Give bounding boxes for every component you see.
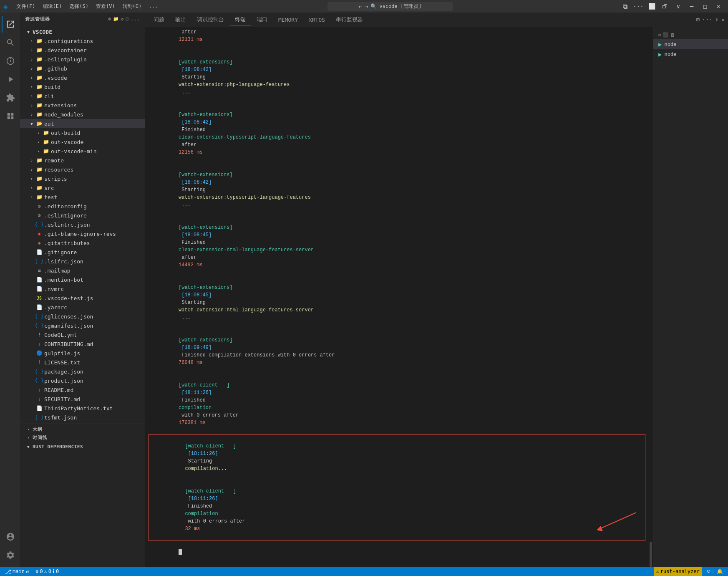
layout-icon[interactable]: ⧉	[619, 0, 631, 13]
tab-serial[interactable]: 串行监视器	[331, 14, 368, 25]
minimize-button[interactable]: ─	[685, 0, 698, 13]
status-rust-analyzer[interactable]: ⚠ rust-analyzer	[654, 567, 702, 576]
sidebar-item-vscode-root[interactable]: ▼ VSCODE	[20, 27, 145, 36]
activity-settings[interactable]	[2, 547, 18, 563]
activity-extensions[interactable]	[2, 89, 18, 106]
terminal-instance-node-2[interactable]: ▶ node	[653, 49, 728, 59]
tab-terminal[interactable]: 终端	[230, 14, 251, 25]
more-actions-icon[interactable]: ···	[632, 0, 645, 13]
status-notifications[interactable]: 🔔	[715, 567, 725, 576]
refresh-icon[interactable]: ↺	[121, 16, 124, 22]
sidebar-item-scripts[interactable]: › 📁 scripts	[20, 174, 145, 183]
panel-close-icon[interactable]: ✕	[721, 16, 725, 23]
terminal-plus-icon[interactable]: ⊕	[658, 32, 661, 38]
restore-icon[interactable]: 🗗	[659, 0, 671, 13]
sidebar-item-lsifrc[interactable]: › { } .lsifrc.json	[20, 257, 145, 266]
sidebar-item-gulpfile[interactable]: › 🔵 gulpfile.js	[20, 349, 145, 358]
menu-more[interactable]: ...	[146, 2, 161, 11]
sidebar-item-yarnrc[interactable]: › 📄 .yarnrc	[20, 303, 145, 312]
sidebar-item-mention-bot[interactable]: › 📄 .mention-bot	[20, 275, 145, 284]
activity-run[interactable]	[2, 71, 18, 88]
sidebar-header-icons[interactable]: ⊕ 📁 ↺ ⊟ ...	[108, 16, 140, 22]
sidebar-item-vscode[interactable]: › 📁 .vscode	[20, 73, 145, 82]
panel-maximize-icon[interactable]: ⬆	[715, 16, 718, 23]
new-folder-icon[interactable]: 📁	[113, 16, 119, 22]
sidebar-item-eslintplugin[interactable]: › 📁 .eslintplugin	[20, 55, 145, 64]
menu-goto[interactable]: 转到(G)	[119, 2, 145, 11]
sidebar-item-thirdparty[interactable]: › 📄 ThirdPartyNotices.txt	[20, 404, 145, 413]
chevron-down-icon[interactable]: ∨	[672, 0, 685, 13]
sidebar-item-tsfmt[interactable]: › { } tsfmt.json	[20, 413, 145, 422]
status-errors[interactable]: ⊗ 0 ⚠ 0 ℹ 0	[34, 567, 60, 576]
tab-xrtos[interactable]: XRTOS	[304, 15, 330, 25]
sidebar-item-out[interactable]: ▼ 📂 out	[20, 119, 145, 128]
sidebar-item-src[interactable]: › 📁 src	[20, 183, 145, 192]
activity-search[interactable]	[2, 34, 18, 51]
terminal-split-icon[interactable]: ⬛	[663, 32, 669, 38]
maximize-button[interactable]: □	[699, 0, 711, 13]
nav-back[interactable]: ←	[359, 3, 362, 10]
sidebar-item-resources[interactable]: › 📁 resources	[20, 165, 145, 174]
sidebar-item-devcontainer[interactable]: › 📁 .devcontainer	[20, 45, 145, 55]
search-text[interactable]: vscode [管理员]	[379, 3, 421, 10]
sidebar-item-package-json[interactable]: › { } package.json	[20, 367, 145, 376]
close-button[interactable]: ✕	[712, 0, 725, 13]
activity-explorer[interactable]	[2, 16, 18, 33]
collapse-all-icon[interactable]: ⊟	[126, 16, 129, 22]
sidebar-section-outline[interactable]: › 大纲	[20, 424, 145, 433]
more-icon[interactable]: ...	[131, 16, 140, 22]
sidebar-item-eslintignore[interactable]: › ⚙ .eslintignore	[20, 211, 145, 220]
sidebar-item-cli[interactable]: › 📁 cli	[20, 91, 145, 101]
terminal-instance-node-1[interactable]: ▶ node	[653, 39, 728, 49]
sidebar-item-mailmap[interactable]: › ≡ .mailmap	[20, 266, 145, 275]
sidebar-item-nvmrc[interactable]: › 📄 .nvmrc	[20, 284, 145, 293]
sidebar-item-codeql[interactable]: › ! CodeQL.yml	[20, 330, 145, 339]
tab-debug-console[interactable]: 调试控制台	[192, 14, 229, 25]
tab-output[interactable]: 输出	[170, 14, 191, 25]
sidebar-item-cgmanifest[interactable]: › { } cgmanifest.json	[20, 321, 145, 330]
activity-remote[interactable]	[2, 108, 18, 124]
sidebar-item-vscode-test-js[interactable]: › JS .vscode-test.js	[20, 293, 145, 303]
activity-source-control[interactable]	[2, 53, 18, 69]
sidebar-item-out-build[interactable]: › 📁 out-build	[20, 128, 145, 137]
sidebar-item-license[interactable]: › ! LICENSE.txt	[20, 358, 145, 367]
panel-more-icon[interactable]: ···	[702, 16, 713, 23]
sidebar-item-out-vscode[interactable]: › 📁 out-vscode	[20, 137, 145, 147]
new-file-icon[interactable]: ⊕	[108, 16, 111, 22]
terminal-scrollbar[interactable]	[649, 27, 653, 567]
terminal-trash-icon[interactable]: 🗑	[670, 32, 675, 38]
sidebar-item-gitattributes[interactable]: › ◆ .gitattributes	[20, 238, 145, 248]
sidebar-section-rust[interactable]: ▼ RUST DEPENDENCIES	[20, 442, 145, 451]
sidebar-item-gitignore[interactable]: › 📄 .gitignore	[20, 248, 145, 257]
panel-icon[interactable]: ⬜	[645, 0, 658, 13]
menu-select[interactable]: 选择(S)	[66, 2, 92, 11]
nav-forward[interactable]: →	[365, 3, 368, 10]
sidebar-item-git-blame[interactable]: › ◆ .git-blame-ignore-revs	[20, 229, 145, 238]
sidebar-item-readme[interactable]: › ↓ README.md	[20, 385, 145, 394]
sidebar-item-editorconfig[interactable]: › ⚙ .editorconfig	[20, 202, 145, 211]
tab-problems[interactable]: 问题	[149, 14, 169, 25]
sidebar-item-out-vscode-min[interactable]: › 📁 out-vscode-min	[20, 147, 145, 156]
panel-layout-icon[interactable]: ⊞	[696, 16, 699, 23]
sidebar-item-build[interactable]: › 📁 build	[20, 82, 145, 91]
menu-view[interactable]: 查看(V)	[93, 2, 118, 11]
tab-memory[interactable]: MEMORY	[273, 15, 303, 25]
sidebar-item-test[interactable]: › 📁 test	[20, 192, 145, 202]
scrollbar-thumb[interactable]	[650, 542, 652, 567]
sidebar-item-github[interactable]: › 📁 .github	[20, 64, 145, 73]
sidebar-item-contributing[interactable]: › ↓ CONTRIBUTING.md	[20, 339, 145, 349]
activity-account[interactable]	[2, 528, 18, 545]
terminal-output[interactable]: [watch-extensions] [18:08:36] Finished c…	[145, 27, 649, 567]
menu-file[interactable]: 文件(F)	[13, 2, 39, 11]
menu-edit[interactable]: 编辑(E)	[40, 2, 65, 11]
titlebar-search[interactable]: ← → 🔍 vscode [管理员]	[327, 2, 453, 11]
sidebar-section-timeline[interactable]: › 时间线	[20, 433, 145, 442]
status-feedback[interactable]: ☺	[705, 567, 712, 576]
tab-ports[interactable]: 端口	[252, 14, 272, 25]
sidebar-item-extensions[interactable]: › 📁 extensions	[20, 101, 145, 110]
sidebar-item-product-json[interactable]: › { } product.json	[20, 376, 145, 385]
status-branch[interactable]: ⎇ main ↺	[3, 567, 30, 576]
sidebar-item-node-modules[interactable]: › 📁 node_modules	[20, 110, 145, 119]
sidebar-item-remote[interactable]: › 📁 remote	[20, 156, 145, 165]
sidebar-item-eslintrc-json[interactable]: › { } .eslintrc.json	[20, 220, 145, 229]
